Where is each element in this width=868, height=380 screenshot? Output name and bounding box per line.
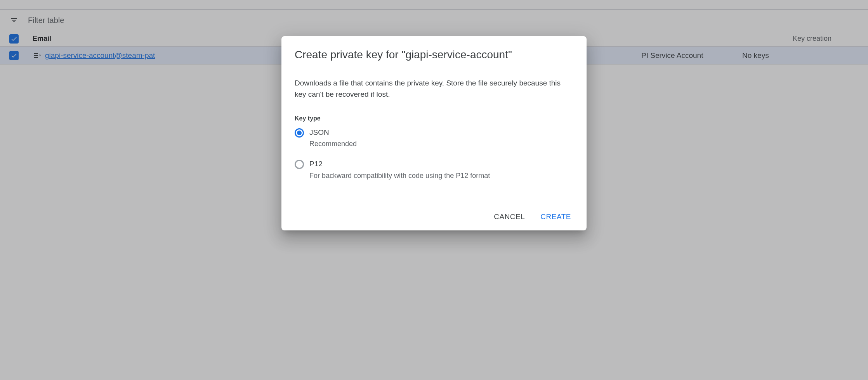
dialog-description: Downloads a file that contains the priva… <box>295 77 573 100</box>
radio-sublabel-p12: For backward compatibility with code usi… <box>309 172 490 180</box>
cancel-button[interactable]: CANCEL <box>494 213 525 221</box>
key-type-radio-group: JSON Recommended P12 For backward compat… <box>295 127 573 180</box>
radio-label-json: JSON <box>309 127 357 138</box>
radio-sublabel-json: Recommended <box>309 140 357 148</box>
dialog-title: Create private key for "giapi-service-ac… <box>295 49 573 61</box>
radio-text-p12: P12 For backward compatibility with code… <box>309 159 490 180</box>
create-key-dialog: Create private key for "giapi-service-ac… <box>281 36 587 230</box>
radio-option-json[interactable]: JSON Recommended <box>295 127 573 148</box>
radio-button-json[interactable] <box>295 128 304 138</box>
dialog-actions: CANCEL CREATE <box>295 213 573 221</box>
radio-text-json: JSON Recommended <box>309 127 357 148</box>
create-button[interactable]: CREATE <box>540 213 571 221</box>
radio-label-p12: P12 <box>309 159 490 169</box>
radio-button-p12[interactable] <box>295 160 304 169</box>
radio-option-p12[interactable]: P12 For backward compatibility with code… <box>295 159 573 180</box>
key-type-label: Key type <box>295 115 573 122</box>
